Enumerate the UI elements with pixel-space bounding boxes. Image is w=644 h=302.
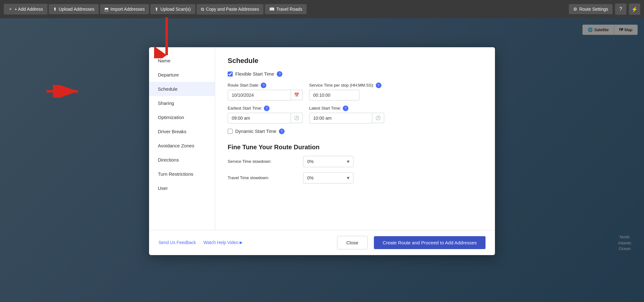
- copy-paste-button[interactable]: ⧉ Copy and Paste Addresses: [197, 4, 264, 14]
- travel-slowdown-row: Travel Time slowdown: 0% 5% 10% 15% 20% …: [228, 172, 482, 184]
- sidebar-item-user[interactable]: User: [149, 181, 215, 195]
- fine-tune-title: Fine Tune Your Route Duration: [228, 144, 482, 151]
- travel-slowdown-label: Travel Time slowdown:: [228, 175, 297, 180]
- settings-icon: ⚙: [573, 7, 577, 12]
- sidebar-item-sharing[interactable]: Sharing: [149, 96, 215, 110]
- earliest-start-help-icon[interactable]: ?: [264, 105, 269, 111]
- route-settings-button[interactable]: ⚙ Route Settings: [569, 4, 613, 14]
- service-slowdown-label: Service Time slowdown:: [228, 159, 297, 164]
- service-time-label: Service Time per stop (HH:MM:SS): ?: [309, 83, 381, 88]
- start-times-row: Earliest Start Time: ? 🕐 Latest Start Ti…: [228, 105, 482, 123]
- modal-content-area: Schedule Flexible Start Time ? Route Sta…: [215, 47, 495, 230]
- close-button[interactable]: Close: [337, 236, 367, 249]
- road-icon: 📖: [269, 7, 275, 12]
- play-icon: ▶: [240, 240, 242, 245]
- travel-roads-button[interactable]: 📖 Travel Roads: [265, 4, 307, 14]
- dynamic-start-time-label[interactable]: Dynamic Start Time: [235, 128, 276, 134]
- sidebar-item-name[interactable]: Name: [149, 54, 215, 68]
- sidebar-item-driver-breaks[interactable]: Driver Breaks: [149, 124, 215, 139]
- import-icon: ⬒: [104, 7, 108, 12]
- travel-slowdown-label-wrap: Travel Time slowdown:: [228, 175, 297, 180]
- watch-help-link[interactable]: Watch Help Video ▶: [203, 240, 242, 245]
- modal-sidebar: Name Departure Schedule Sharing Optimiza…: [149, 47, 215, 230]
- plus-icon: ＋: [8, 6, 13, 12]
- dynamic-start-time-row: Dynamic Start Time ?: [228, 128, 482, 134]
- toolbar: ＋ + Add Address ⬆ Upload Addresses ⬒ Imp…: [0, 0, 644, 18]
- dynamic-start-help-icon[interactable]: ?: [279, 128, 285, 134]
- route-start-date-label: Route Start Date: ?: [228, 83, 303, 88]
- route-start-date-input[interactable]: [228, 90, 291, 100]
- modal-body: Name Departure Schedule Sharing Optimiza…: [149, 47, 495, 230]
- route-start-date-help-icon[interactable]: ?: [261, 83, 266, 88]
- sidebar-item-turn-restrictions[interactable]: Turn Restrictions: [149, 167, 215, 181]
- clock-icon-2: 🕐: [375, 116, 381, 120]
- upload-addresses-button[interactable]: ⬆ Upload Addresses: [49, 4, 99, 14]
- modal-footer: Send Us Feedback Watch Help Video ▶ Clos…: [149, 230, 495, 255]
- service-time-help-icon[interactable]: ?: [376, 83, 381, 88]
- sidebar-item-schedule[interactable]: Schedule: [149, 82, 215, 96]
- earliest-start-group: Earliest Start Time: ? 🕐: [228, 105, 303, 123]
- copy-icon: ⧉: [201, 7, 204, 12]
- sidebar-item-avoidance-zones[interactable]: Avoidance Zones: [149, 139, 215, 153]
- clock-icon: 🕐: [294, 116, 299, 120]
- latest-start-group: Latest Start Time: ? 🕐: [309, 105, 384, 123]
- sidebar-item-directions[interactable]: Directions: [149, 153, 215, 167]
- help-button[interactable]: ?: [615, 3, 626, 15]
- earliest-start-label: Earliest Start Time: ?: [228, 105, 303, 111]
- route-start-date-input-wrap: 📅: [228, 90, 303, 100]
- service-slowdown-label-wrap: Service Time slowdown:: [228, 159, 297, 164]
- service-slowdown-row: Service Time slowdown: 0% 5% 10% 15% 20%…: [228, 156, 482, 167]
- service-time-input[interactable]: [309, 90, 359, 100]
- earliest-time-clock-icon-button[interactable]: 🕐: [291, 113, 303, 123]
- latest-start-label: Latest Start Time: ?: [309, 105, 384, 111]
- latest-start-help-icon[interactable]: ?: [343, 105, 348, 111]
- dynamic-start-time-checkbox[interactable]: [228, 129, 233, 134]
- calendar-icon: 📅: [294, 93, 299, 97]
- toolbar-right: ⚙ Route Settings ? ⚡: [569, 3, 640, 15]
- date-service-row: Route Start Date: ? 📅 Service Time per s…: [228, 83, 482, 100]
- service-slowdown-select-wrap: 0% 5% 10% 15% 20% 25% ▼: [303, 156, 353, 167]
- scan-upload-icon: ⬆: [155, 7, 158, 12]
- service-time-input-wrap: [309, 90, 381, 100]
- travel-slowdown-select-wrap: 0% 5% 10% 15% 20% 25% ▼: [303, 172, 353, 184]
- schedule-section-title: Schedule: [228, 57, 482, 65]
- earliest-start-input[interactable]: [228, 113, 291, 123]
- create-route-button[interactable]: Create Route and Proceed to Add Addresse…: [374, 236, 486, 249]
- add-address-button[interactable]: ＋ + Add Address: [4, 4, 47, 14]
- flexible-start-time-row: Flexible Start Time ?: [228, 71, 482, 77]
- flash-button[interactable]: ⚡: [629, 3, 640, 15]
- upload-icon: ⬆: [53, 7, 57, 12]
- sidebar-item-optimization[interactable]: Optimization: [149, 110, 215, 124]
- service-slowdown-select[interactable]: 0% 5% 10% 15% 20% 25%: [303, 156, 353, 167]
- route-settings-modal: Name Departure Schedule Sharing Optimiza…: [149, 47, 495, 255]
- service-time-group: Service Time per stop (HH:MM:SS): ?: [309, 83, 381, 100]
- latest-start-input[interactable]: [309, 113, 372, 123]
- route-start-date-group: Route Start Date: ? 📅: [228, 83, 303, 100]
- flexible-start-time-checkbox[interactable]: [228, 71, 233, 77]
- earliest-start-input-wrap: 🕐: [228, 113, 303, 123]
- flexible-start-help-icon[interactable]: ?: [277, 71, 282, 77]
- flexible-start-time-label[interactable]: Flexible Start Time: [235, 71, 274, 77]
- travel-slowdown-select[interactable]: 0% 5% 10% 15% 20% 25%: [303, 172, 353, 184]
- latest-time-clock-icon-button[interactable]: 🕐: [372, 113, 384, 123]
- import-addresses-button[interactable]: ⬒ Import Addresses: [100, 4, 149, 14]
- send-feedback-link[interactable]: Send Us Feedback: [158, 240, 196, 245]
- sidebar-item-departure[interactable]: Departure: [149, 68, 215, 82]
- calendar-icon-button[interactable]: 📅: [291, 90, 303, 100]
- footer-links: Send Us Feedback Watch Help Video ▶: [158, 240, 331, 245]
- upload-scans-button[interactable]: ⬆ Upload Scan(s): [150, 4, 195, 14]
- latest-start-input-wrap: 🕐: [309, 113, 384, 123]
